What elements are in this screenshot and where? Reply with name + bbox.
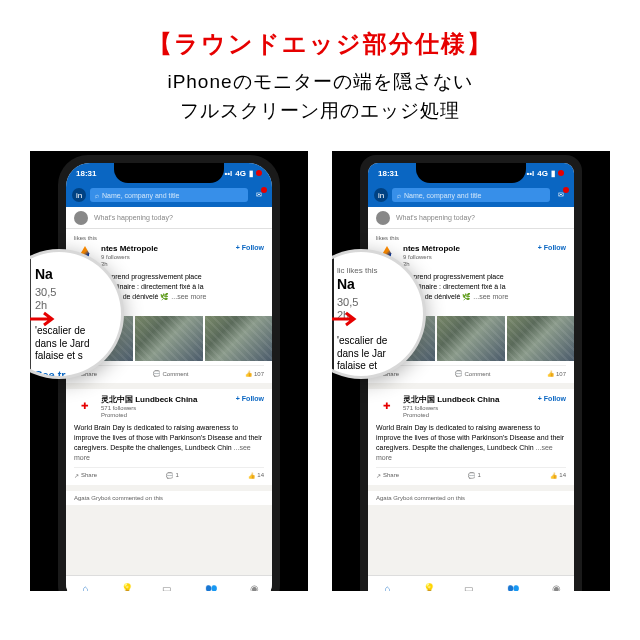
avatar (74, 211, 88, 225)
like-button[interactable]: 👍 107 (547, 370, 566, 377)
screen: 18:31 ••l 4G ▮ in ⌕ Name, company and ti… (368, 163, 574, 591)
title-red: 【ラウンドエッジ部分仕様】 (0, 28, 640, 60)
iphone-rounded: 18:31 ••l 4G ▮ in ⌕ Name, company and ti… (58, 155, 280, 591)
nav-my-network[interactable]: 👥My Network (500, 583, 526, 592)
notification-dot-icon (558, 170, 564, 176)
phone-slot-left: 18:31 ••l 4G ▮ in ⌕ Name, company and ti… (30, 151, 308, 591)
app-logo-icon[interactable]: in (374, 188, 388, 202)
activity-line: Agata Gryboś commented on this (368, 491, 574, 505)
like-button[interactable]: 👍 14 (550, 472, 566, 479)
follow-button[interactable]: + Follow (538, 395, 566, 402)
nav-home[interactable]: ⌂Home (381, 583, 394, 592)
search-icon: ⌕ (397, 192, 401, 199)
follow-button[interactable]: + Follow (538, 244, 566, 251)
nav-home[interactable]: ⌂Home (79, 583, 92, 592)
phone-slot-right: 18:31 ••l 4G ▮ in ⌕ Name, company and ti… (332, 151, 610, 591)
red-arrow-icon (30, 311, 60, 327)
nav-icon: 💡 (121, 583, 133, 592)
nav-my-network[interactable]: 👥My Network (198, 583, 224, 592)
post-image[interactable] (437, 316, 504, 361)
comment-button[interactable]: 💬 Comment (153, 370, 188, 377)
iphone-flat: 18:31 ••l 4G ▮ in ⌕ Name, company and ti… (360, 155, 582, 591)
search-input[interactable]: ⌕ Name, company and title (392, 188, 550, 202)
search-bar: in ⌕ Name, company and title ✉ (66, 183, 272, 207)
time: 18:31 (378, 169, 398, 178)
nav-jobs[interactable]: ▭Jobs (162, 583, 173, 592)
see-more-link[interactable]: ...see more (473, 293, 508, 300)
activity-line: Agata Gryboś commented on this (66, 491, 272, 505)
share-button[interactable]: ↗ Share (376, 472, 399, 479)
nav-me[interactable]: ◉Me (250, 583, 259, 592)
nav-icon: ⌂ (83, 583, 89, 592)
nav-icon: 👥 (507, 583, 519, 592)
nav-icon: 👥 (205, 583, 217, 592)
notification-dot-icon (256, 170, 262, 176)
network-label: 4G (537, 169, 548, 178)
follow-button[interactable]: + Follow (236, 244, 264, 251)
comment-button[interactable]: 💬 Comment (455, 370, 490, 377)
nav-icon: ◉ (552, 583, 561, 592)
subtitle: iPhoneのモニターの端を隠さない フルスクリーン用のエッジ処理 (0, 68, 640, 125)
comment-button[interactable]: 💬 1 (468, 472, 480, 479)
share-button[interactable]: ↗ Share (74, 472, 97, 479)
messages-icon[interactable]: ✉ (252, 188, 266, 202)
compose-bar[interactable]: What's happening today? (66, 207, 272, 229)
header-block: 【ラウンドエッジ部分仕様】 iPhoneのモニターの端を隠さない フルスクリーン… (0, 0, 640, 137)
nav-careers[interactable]: 💡Careers (420, 583, 438, 592)
post-image[interactable] (205, 316, 272, 361)
company-logo-icon[interactable]: ✚ (74, 395, 96, 417)
post-image[interactable] (507, 316, 574, 361)
battery-icon: ▮ (551, 169, 555, 178)
like-button[interactable]: 👍 107 (245, 370, 264, 377)
post-image[interactable] (135, 316, 202, 361)
compose-bar[interactable]: What's happening today? (368, 207, 574, 229)
see-more-link[interactable]: ...see more (171, 293, 206, 300)
screen: 18:31 ••l 4G ▮ in ⌕ Name, company and ti… (66, 163, 272, 591)
like-button[interactable]: 👍 14 (248, 472, 264, 479)
nav-icon: ◉ (250, 583, 259, 592)
nav-careers[interactable]: 💡Careers (118, 583, 136, 592)
search-icon: ⌕ (95, 192, 99, 199)
avatar (376, 211, 390, 225)
bottom-nav: ⌂Home💡Careers▭Jobs👥My Network◉Me (368, 575, 574, 591)
follow-button[interactable]: + Follow (236, 395, 264, 402)
post-card: ✚ 灵北中国 Lundbeck China 571 followers Prom… (66, 389, 272, 490)
company-logo-icon[interactable]: ✚ (376, 395, 398, 417)
nav-icon: ▭ (162, 583, 171, 592)
nav-icon: ⌂ (385, 583, 391, 592)
bottom-nav: ⌂Home💡Careers▭Jobs👥My Network◉Me (66, 575, 272, 591)
notch (416, 163, 526, 183)
messages-icon[interactable]: ✉ (554, 188, 568, 202)
notch (114, 163, 224, 183)
network-label: 4G (235, 169, 246, 178)
nav-jobs[interactable]: ▭Jobs (464, 583, 475, 592)
nav-icon: 💡 (423, 583, 435, 592)
red-arrow-icon (332, 311, 362, 327)
signal-icon: ••l (225, 169, 233, 178)
post-card: ✚ 灵北中国 Lundbeck China 571 followers Prom… (368, 389, 574, 490)
battery-icon: ▮ (249, 169, 253, 178)
nav-icon: ▭ (464, 583, 473, 592)
search-bar: in ⌕ Name, company and title ✉ (368, 183, 574, 207)
app-logo-icon[interactable]: in (72, 188, 86, 202)
nav-me[interactable]: ◉Me (552, 583, 561, 592)
comment-button[interactable]: 💬 1 (166, 472, 178, 479)
signal-icon: ••l (527, 169, 535, 178)
time: 18:31 (76, 169, 96, 178)
search-input[interactable]: ⌕ Name, company and title (90, 188, 248, 202)
phones-row: 18:31 ••l 4G ▮ in ⌕ Name, company and ti… (0, 151, 640, 591)
